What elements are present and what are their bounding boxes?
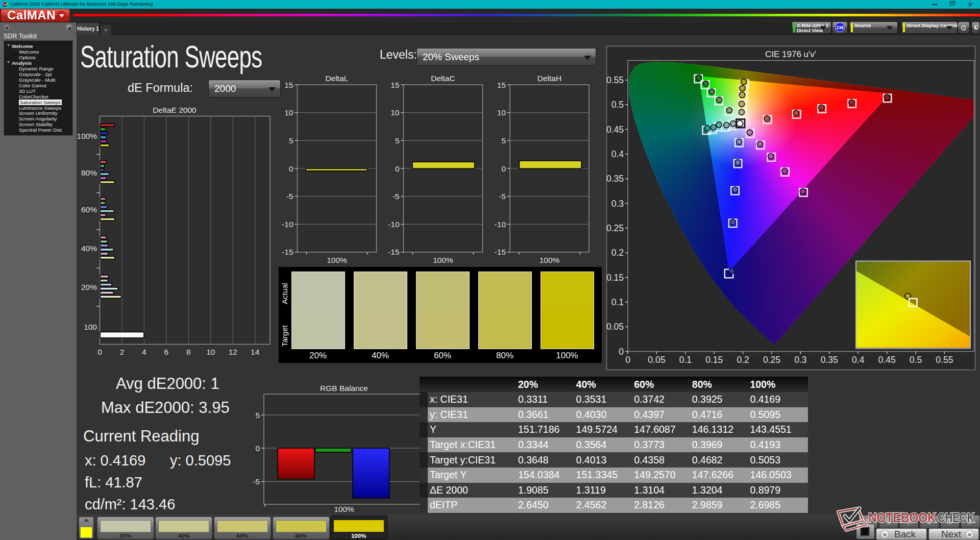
svg-text:NOTEBOOK: NOTEBOOK [868, 510, 937, 525]
svg-text:-5: -5 [253, 477, 260, 486]
svg-text:5: 5 [255, 411, 260, 420]
svg-text:CHECK: CHECK [938, 510, 974, 525]
svg-text:100%: 100% [334, 505, 354, 513]
svg-text:RGB Balance: RGB Balance [320, 384, 368, 392]
svg-text:0: 0 [255, 444, 260, 453]
